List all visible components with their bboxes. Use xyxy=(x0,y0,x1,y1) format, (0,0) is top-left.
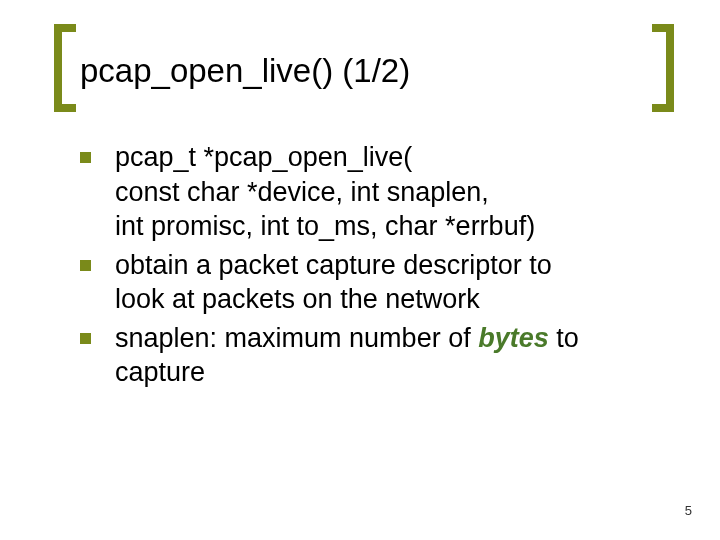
line: look at packets on the network xyxy=(115,284,480,314)
list-item: snaplen: maximum number of bytes to capt… xyxy=(80,321,670,390)
line-part: to xyxy=(549,323,579,353)
slide: pcap_open_live() (1/2) pcap_t *pcap_open… xyxy=(0,0,720,540)
list-item: obtain a packet capture descriptor to lo… xyxy=(80,248,670,317)
line: int promisc, int to_ms, char *errbuf) xyxy=(115,211,535,241)
line: obtain a packet capture descriptor to xyxy=(115,250,552,280)
slide-body: pcap_t *pcap_open_live( const char *devi… xyxy=(80,140,670,394)
line: const char *device, int snaplen, xyxy=(115,177,489,207)
bullet-text: snaplen: maximum number of bytes to capt… xyxy=(115,321,579,390)
line: pcap_t *pcap_open_live( xyxy=(115,142,412,172)
bullet-text: obtain a packet capture descriptor to lo… xyxy=(115,248,552,317)
bullet-icon xyxy=(80,260,91,271)
page-number: 5 xyxy=(685,503,692,518)
line-part: snaplen: maximum number of xyxy=(115,323,478,353)
slide-title: pcap_open_live() (1/2) xyxy=(56,53,434,89)
bullet-text: pcap_t *pcap_open_live( const char *devi… xyxy=(115,140,535,244)
line-part: capture xyxy=(115,357,205,387)
slide-title-wrap: pcap_open_live() (1/2) xyxy=(56,36,664,106)
list-item: pcap_t *pcap_open_live( const char *devi… xyxy=(80,140,670,244)
bullet-icon xyxy=(80,333,91,344)
emphasis-word: bytes xyxy=(478,323,549,353)
bullet-icon xyxy=(80,152,91,163)
